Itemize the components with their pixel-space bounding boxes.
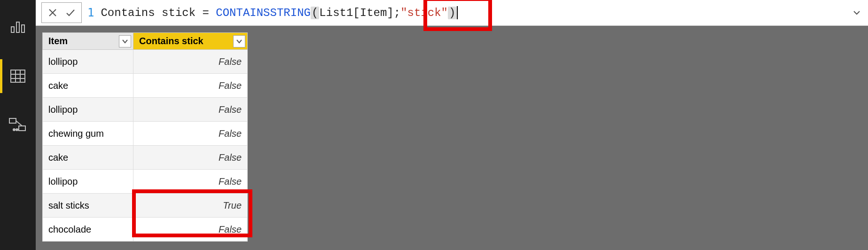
cancel-button[interactable]: [47, 7, 59, 19]
svg-line-10: [16, 121, 22, 126]
chevron-down-icon: [853, 10, 860, 16]
cell-value[interactable]: False: [133, 122, 248, 146]
chevron-down-icon: [236, 39, 242, 44]
svg-point-11: [13, 129, 15, 131]
column-filter-button[interactable]: [233, 35, 245, 47]
column-filter-button[interactable]: [119, 35, 131, 47]
close-icon: [48, 8, 57, 17]
cell-value[interactable]: False: [133, 98, 248, 122]
cell-value[interactable]: False: [133, 218, 248, 242]
data-table: ItemContains stick lollipopFalsecakeFals…: [42, 32, 248, 242]
formula-text: Contains stick = CONTAINSSTRING(List1[It…: [101, 7, 456, 19]
model-icon: [8, 117, 27, 133]
svg-point-12: [16, 129, 18, 131]
formula-token: ;: [394, 7, 400, 19]
table-row[interactable]: chewing gumFalse: [43, 122, 248, 146]
table-row[interactable]: lollipopFalse: [43, 98, 248, 122]
table-row[interactable]: chocoladeFalse: [43, 218, 248, 242]
table-row[interactable]: salt sticksTrue: [43, 194, 248, 218]
check-icon: [65, 8, 76, 17]
bar-chart-icon: [9, 20, 26, 34]
column-header-label: Contains stick: [139, 36, 203, 46]
table-row[interactable]: lollipopFalse: [43, 170, 248, 194]
table-row[interactable]: lollipopFalse: [43, 50, 248, 74]
svg-rect-1: [16, 22, 19, 32]
formula-token: "stick": [400, 7, 448, 19]
formula-input[interactable]: 1 Contains stick = CONTAINSSTRING(List1[…: [87, 3, 845, 23]
svg-rect-8: [9, 118, 16, 123]
column-header[interactable]: Contains stick: [133, 33, 248, 50]
cell-value[interactable]: False: [133, 146, 248, 170]
commit-button[interactable]: [64, 7, 77, 19]
cell-item[interactable]: chocolade: [43, 218, 133, 242]
cell-value[interactable]: True: [133, 194, 248, 218]
cell-value[interactable]: False: [133, 170, 248, 194]
cell-item[interactable]: cake: [43, 74, 133, 98]
cell-value[interactable]: False: [133, 74, 248, 98]
text-cursor: [457, 6, 458, 19]
column-header-label: Item: [48, 36, 68, 46]
cell-item[interactable]: lollipop: [43, 50, 133, 74]
formula-line-number: 1: [87, 6, 94, 19]
nav-data-view[interactable]: [0, 59, 36, 93]
column-header[interactable]: Item: [43, 33, 133, 50]
formula-bar: 1 Contains stick = CONTAINSSTRING(List1[…: [36, 0, 868, 26]
formula-token: (: [311, 7, 319, 19]
cell-item[interactable]: lollipop: [43, 170, 133, 194]
cell-item[interactable]: chewing gum: [43, 122, 133, 146]
nav-report-view[interactable]: [0, 10, 36, 44]
formula-token: Contains stick =: [101, 7, 216, 19]
svg-rect-2: [22, 25, 24, 32]
cell-item[interactable]: cake: [43, 146, 133, 170]
cell-value[interactable]: False: [133, 50, 248, 74]
formula-token: CONTAINSSTRING: [216, 7, 311, 19]
content-area: 1 Contains stick = CONTAINSSTRING(List1[…: [36, 0, 868, 250]
formula-token: List1[Item]: [319, 7, 393, 19]
svg-rect-9: [19, 126, 25, 131]
cell-item[interactable]: salt sticks: [43, 194, 133, 218]
data-grid-area: ItemContains stick lollipopFalsecakeFals…: [36, 26, 868, 250]
left-nav: [0, 0, 36, 250]
formula-expand-button[interactable]: [851, 7, 862, 18]
table-row[interactable]: cakeFalse: [43, 74, 248, 98]
svg-rect-3: [11, 70, 25, 82]
table-row[interactable]: cakeFalse: [43, 146, 248, 170]
formula-token: ): [448, 7, 456, 19]
table-icon: [10, 69, 26, 83]
cell-item[interactable]: lollipop: [43, 98, 133, 122]
nav-model-view[interactable]: [0, 108, 36, 142]
chevron-down-icon: [122, 39, 128, 44]
svg-rect-0: [11, 27, 14, 32]
formula-action-box: [41, 2, 82, 23]
